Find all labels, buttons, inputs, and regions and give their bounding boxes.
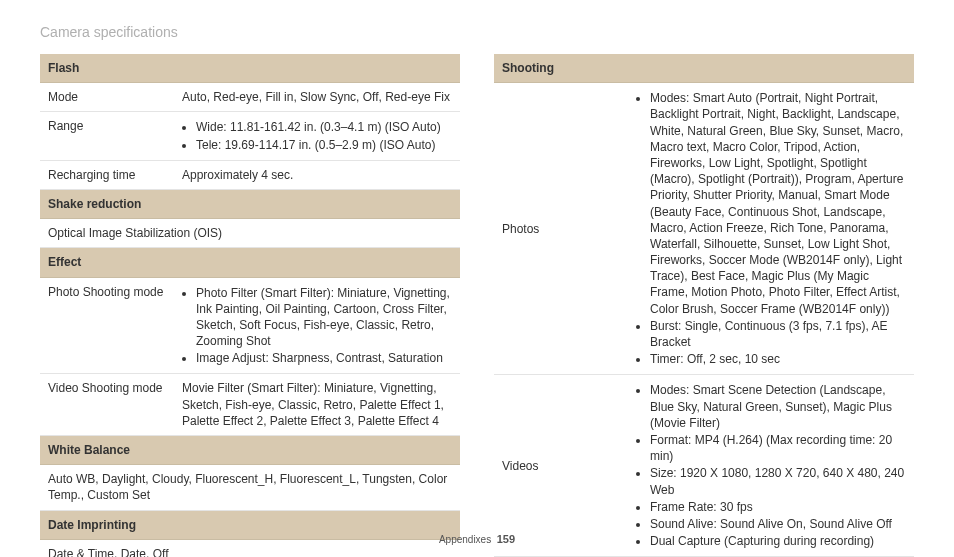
spec-page: Camera specifications Flash Mode Auto, R… xyxy=(0,0,954,557)
effect-photo-row: Photo Shooting mode Photo Filter (Smart … xyxy=(40,277,460,374)
videos-format: Format: MP4 (H.264) (Max recording time:… xyxy=(650,432,906,464)
flash-range-label: Range xyxy=(40,112,174,160)
shooting-videos-value: Modes: Smart Scene Detection (Landscape,… xyxy=(628,375,914,557)
columns: Flash Mode Auto, Red-eye, Fill in, Slow … xyxy=(40,54,914,557)
shooting-videos-row: Videos Modes: Smart Scene Detection (Lan… xyxy=(494,375,914,557)
flash-range-value: Wide: 11.81-161.42 in. (0.3–4.1 m) (ISO … xyxy=(174,112,460,160)
section-shooting: Shooting xyxy=(494,54,914,83)
effect-photo-label: Photo Shooting mode xyxy=(40,277,174,374)
photos-timer: Timer: Off, 2 sec, 10 sec xyxy=(650,351,906,367)
flash-range-wide: Wide: 11.81-161.42 in. (0.3–4.1 m) (ISO … xyxy=(196,119,452,135)
section-wb-header: White Balance xyxy=(40,436,460,465)
section-wb: White Balance xyxy=(40,436,460,465)
effect-image-adjust: Image Adjust: Sharpness, Contrast, Satur… xyxy=(196,350,452,366)
section-effect-header: Effect xyxy=(40,248,460,277)
shooting-photos-row: Photos Modes: Smart Auto (Portrait, Nigh… xyxy=(494,83,914,375)
shake-value-row: Optical Image Stabilization (OIS) xyxy=(40,219,460,248)
videos-size: Size: 1920 X 1080, 1280 X 720, 640 X 480… xyxy=(650,465,906,497)
videos-framerate: Frame Rate: 30 fps xyxy=(650,499,906,515)
section-flash: Flash xyxy=(40,54,460,83)
section-effect: Effect xyxy=(40,248,460,277)
flash-mode-value: Auto, Red-eye, Fill in, Slow Sync, Off, … xyxy=(174,83,460,112)
flash-recharge-value: Approximately 4 sec. xyxy=(174,160,460,189)
photos-burst: Burst: Single, Continuous (3 fps, 7.1 fp… xyxy=(650,318,906,350)
left-table: Flash Mode Auto, Red-eye, Fill in, Slow … xyxy=(40,54,460,557)
effect-photo-filter: Photo Filter (Smart Filter): Miniature, … xyxy=(196,285,452,350)
flash-range-tele: Tele: 19.69-114.17 in. (0.5–2.9 m) (ISO … xyxy=(196,137,452,153)
section-shake: Shake reduction xyxy=(40,189,460,218)
left-column: Flash Mode Auto, Red-eye, Fill in, Slow … xyxy=(40,54,460,557)
shooting-photos-value: Modes: Smart Auto (Portrait, Night Portr… xyxy=(628,83,914,375)
right-column: Shooting Photos Modes: Smart Auto (Portr… xyxy=(494,54,914,557)
effect-video-value: Movie Filter (Smart Filter): Miniature, … xyxy=(174,374,460,436)
shooting-photos-label: Photos xyxy=(494,83,628,375)
effect-video-label: Video Shooting mode xyxy=(40,374,174,436)
flash-recharge-label: Recharging time xyxy=(40,160,174,189)
effect-photo-value: Photo Filter (Smart Filter): Miniature, … xyxy=(174,277,460,374)
wb-value: Auto WB, Daylight, Cloudy, Fluorescent_H… xyxy=(40,465,460,510)
page-footer: Appendixes 159 xyxy=(0,533,954,545)
wb-value-row: Auto WB, Daylight, Cloudy, Fluorescent_H… xyxy=(40,465,460,510)
section-shooting-header: Shooting xyxy=(494,54,914,83)
videos-modes: Modes: Smart Scene Detection (Landscape,… xyxy=(650,382,906,431)
right-table: Shooting Photos Modes: Smart Auto (Portr… xyxy=(494,54,914,557)
photos-modes: Modes: Smart Auto (Portrait, Night Portr… xyxy=(650,90,906,317)
effect-video-row: Video Shooting mode Movie Filter (Smart … xyxy=(40,374,460,436)
flash-range-row: Range Wide: 11.81-161.42 in. (0.3–4.1 m)… xyxy=(40,112,460,160)
flash-recharge-row: Recharging time Approximately 4 sec. xyxy=(40,160,460,189)
section-shake-header: Shake reduction xyxy=(40,189,460,218)
videos-sound: Sound Alive: Sound Alive On, Sound Alive… xyxy=(650,516,906,532)
shake-value: Optical Image Stabilization (OIS) xyxy=(40,219,460,248)
footer-section: Appendixes xyxy=(439,534,491,545)
flash-mode-label: Mode xyxy=(40,83,174,112)
flash-mode-row: Mode Auto, Red-eye, Fill in, Slow Sync, … xyxy=(40,83,460,112)
footer-page-number: 159 xyxy=(497,533,515,545)
shooting-videos-label: Videos xyxy=(494,375,628,557)
section-flash-header: Flash xyxy=(40,54,460,83)
page-title: Camera specifications xyxy=(40,24,914,40)
